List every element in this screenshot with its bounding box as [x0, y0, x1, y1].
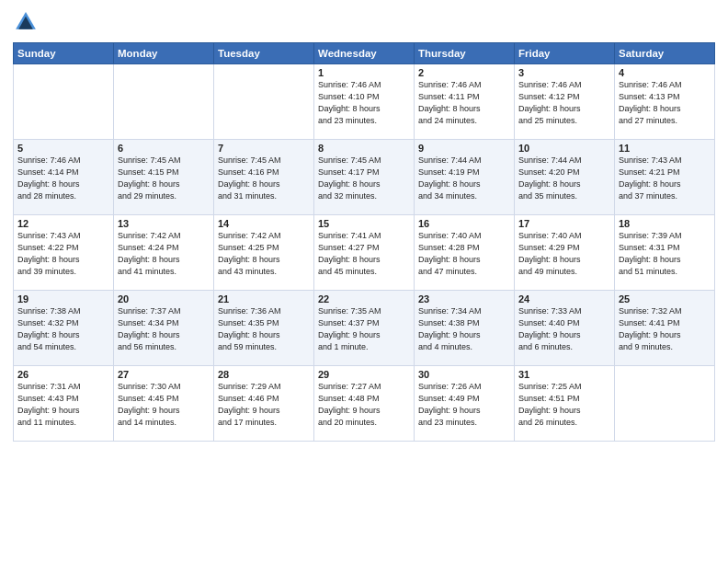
day-info: Sunrise: 7:46 AM Sunset: 4:12 PM Dayligh…	[518, 79, 610, 127]
calendar-cell: 30Sunrise: 7:26 AM Sunset: 4:49 PM Dayli…	[415, 366, 515, 442]
day-info: Sunrise: 7:44 AM Sunset: 4:19 PM Dayligh…	[418, 155, 510, 202]
day-number: 24	[518, 293, 610, 304]
day-number: 15	[318, 218, 410, 229]
day-info: Sunrise: 7:35 AM Sunset: 4:37 PM Dayligh…	[318, 305, 410, 353]
calendar-cell	[114, 64, 214, 140]
day-info: Sunrise: 7:34 AM Sunset: 4:38 PM Dayligh…	[418, 305, 510, 353]
day-info: Sunrise: 7:30 AM Sunset: 4:45 PM Dayligh…	[118, 381, 210, 429]
day-number: 20	[118, 293, 210, 304]
calendar-cell	[615, 366, 715, 442]
day-number: 16	[418, 218, 510, 229]
calendar-cell: 9Sunrise: 7:44 AM Sunset: 4:19 PM Daylig…	[415, 140, 515, 215]
day-info: Sunrise: 7:46 AM Sunset: 4:11 PM Dayligh…	[418, 79, 510, 127]
calendar-cell: 26Sunrise: 7:31 AM Sunset: 4:43 PM Dayli…	[14, 366, 114, 442]
day-info: Sunrise: 7:42 AM Sunset: 4:24 PM Dayligh…	[118, 230, 210, 278]
calendar-table: SundayMondayTuesdayWednesdayThursdayFrid…	[13, 42, 715, 442]
day-number: 11	[619, 143, 711, 154]
weekday-header-saturday: Saturday	[615, 43, 715, 64]
day-info: Sunrise: 7:45 AM Sunset: 4:15 PM Dayligh…	[118, 155, 210, 202]
day-number: 30	[418, 369, 510, 380]
calendar-cell: 31Sunrise: 7:25 AM Sunset: 4:51 PM Dayli…	[515, 366, 615, 442]
calendar-cell: 1Sunrise: 7:46 AM Sunset: 4:10 PM Daylig…	[314, 64, 415, 140]
weekday-header-wednesday: Wednesday	[314, 43, 415, 64]
day-info: Sunrise: 7:43 AM Sunset: 4:22 PM Dayligh…	[17, 230, 109, 278]
day-info: Sunrise: 7:40 AM Sunset: 4:29 PM Dayligh…	[518, 230, 610, 278]
calendar-cell: 12Sunrise: 7:43 AM Sunset: 4:22 PM Dayli…	[14, 215, 114, 291]
logo-icon	[13, 9, 39, 35]
calendar-cell: 15Sunrise: 7:41 AM Sunset: 4:27 PM Dayli…	[314, 215, 415, 291]
day-number: 19	[17, 293, 109, 304]
day-number: 7	[218, 143, 310, 154]
weekday-header-row: SundayMondayTuesdayWednesdayThursdayFrid…	[14, 43, 715, 64]
day-number: 31	[518, 369, 610, 380]
logo	[13, 9, 42, 35]
day-number: 2	[418, 67, 510, 78]
day-info: Sunrise: 7:46 AM Sunset: 4:13 PM Dayligh…	[619, 79, 711, 127]
day-number: 27	[118, 369, 210, 380]
day-number: 28	[218, 369, 310, 380]
weekday-header-sunday: Sunday	[14, 43, 114, 64]
day-info: Sunrise: 7:36 AM Sunset: 4:35 PM Dayligh…	[218, 305, 310, 353]
calendar-cell: 14Sunrise: 7:42 AM Sunset: 4:25 PM Dayli…	[214, 215, 314, 291]
day-info: Sunrise: 7:46 AM Sunset: 4:10 PM Dayligh…	[318, 79, 410, 127]
day-number: 9	[418, 143, 510, 154]
day-number: 13	[118, 218, 210, 229]
calendar-cell: 17Sunrise: 7:40 AM Sunset: 4:29 PM Dayli…	[515, 215, 615, 291]
day-number: 12	[17, 218, 109, 229]
calendar-cell: 19Sunrise: 7:38 AM Sunset: 4:32 PM Dayli…	[14, 291, 114, 366]
day-info: Sunrise: 7:29 AM Sunset: 4:46 PM Dayligh…	[218, 381, 310, 429]
calendar-cell: 23Sunrise: 7:34 AM Sunset: 4:38 PM Dayli…	[415, 291, 515, 366]
day-info: Sunrise: 7:31 AM Sunset: 4:43 PM Dayligh…	[17, 381, 109, 429]
calendar-cell: 2Sunrise: 7:46 AM Sunset: 4:11 PM Daylig…	[415, 64, 515, 140]
weekday-header-monday: Monday	[114, 43, 214, 64]
day-info: Sunrise: 7:45 AM Sunset: 4:17 PM Dayligh…	[318, 155, 410, 202]
calendar-cell: 28Sunrise: 7:29 AM Sunset: 4:46 PM Dayli…	[214, 366, 314, 442]
day-number: 18	[619, 218, 711, 229]
day-number: 3	[518, 67, 610, 78]
day-number: 23	[418, 293, 510, 304]
calendar-cell: 18Sunrise: 7:39 AM Sunset: 4:31 PM Dayli…	[615, 215, 715, 291]
calendar-cell: 5Sunrise: 7:46 AM Sunset: 4:14 PM Daylig…	[14, 140, 114, 215]
day-info: Sunrise: 7:41 AM Sunset: 4:27 PM Dayligh…	[318, 230, 410, 278]
day-number: 29	[318, 369, 410, 380]
day-info: Sunrise: 7:45 AM Sunset: 4:16 PM Dayligh…	[218, 155, 310, 202]
calendar-cell: 29Sunrise: 7:27 AM Sunset: 4:48 PM Dayli…	[314, 366, 415, 442]
calendar-cell	[14, 64, 114, 140]
day-info: Sunrise: 7:33 AM Sunset: 4:40 PM Dayligh…	[518, 305, 610, 353]
calendar-cell: 6Sunrise: 7:45 AM Sunset: 4:15 PM Daylig…	[114, 140, 214, 215]
day-info: Sunrise: 7:32 AM Sunset: 4:41 PM Dayligh…	[619, 305, 711, 353]
day-info: Sunrise: 7:39 AM Sunset: 4:31 PM Dayligh…	[619, 230, 711, 278]
calendar-cell: 24Sunrise: 7:33 AM Sunset: 4:40 PM Dayli…	[515, 291, 615, 366]
day-number: 10	[518, 143, 610, 154]
day-number: 8	[318, 143, 410, 154]
calendar-cell: 7Sunrise: 7:45 AM Sunset: 4:16 PM Daylig…	[214, 140, 314, 215]
day-number: 21	[218, 293, 310, 304]
day-info: Sunrise: 7:40 AM Sunset: 4:28 PM Dayligh…	[418, 230, 510, 278]
day-number: 5	[17, 143, 109, 154]
page: SundayMondayTuesdayWednesdayThursdayFrid…	[0, 0, 728, 563]
calendar-cell: 3Sunrise: 7:46 AM Sunset: 4:12 PM Daylig…	[515, 64, 615, 140]
calendar-cell: 16Sunrise: 7:40 AM Sunset: 4:28 PM Dayli…	[415, 215, 515, 291]
day-info: Sunrise: 7:26 AM Sunset: 4:49 PM Dayligh…	[418, 381, 510, 429]
day-number: 14	[218, 218, 310, 229]
calendar-week-row: 19Sunrise: 7:38 AM Sunset: 4:32 PM Dayli…	[14, 291, 715, 366]
day-info: Sunrise: 7:37 AM Sunset: 4:34 PM Dayligh…	[118, 305, 210, 353]
calendar-cell: 4Sunrise: 7:46 AM Sunset: 4:13 PM Daylig…	[615, 64, 715, 140]
weekday-header-tuesday: Tuesday	[214, 43, 314, 64]
calendar-cell: 10Sunrise: 7:44 AM Sunset: 4:20 PM Dayli…	[515, 140, 615, 215]
calendar-cell: 21Sunrise: 7:36 AM Sunset: 4:35 PM Dayli…	[214, 291, 314, 366]
calendar-week-row: 5Sunrise: 7:46 AM Sunset: 4:14 PM Daylig…	[14, 140, 715, 215]
calendar-cell: 27Sunrise: 7:30 AM Sunset: 4:45 PM Dayli…	[114, 366, 214, 442]
calendar-cell: 13Sunrise: 7:42 AM Sunset: 4:24 PM Dayli…	[114, 215, 214, 291]
day-number: 22	[318, 293, 410, 304]
weekday-header-friday: Friday	[515, 43, 615, 64]
day-number: 17	[518, 218, 610, 229]
calendar-cell: 20Sunrise: 7:37 AM Sunset: 4:34 PM Dayli…	[114, 291, 214, 366]
calendar-week-row: 12Sunrise: 7:43 AM Sunset: 4:22 PM Dayli…	[14, 215, 715, 291]
calendar-week-row: 1Sunrise: 7:46 AM Sunset: 4:10 PM Daylig…	[14, 64, 715, 140]
calendar-cell: 25Sunrise: 7:32 AM Sunset: 4:41 PM Dayli…	[615, 291, 715, 366]
weekday-header-thursday: Thursday	[415, 43, 515, 64]
day-number: 6	[118, 143, 210, 154]
day-number: 4	[619, 67, 711, 78]
day-info: Sunrise: 7:44 AM Sunset: 4:20 PM Dayligh…	[518, 155, 610, 202]
